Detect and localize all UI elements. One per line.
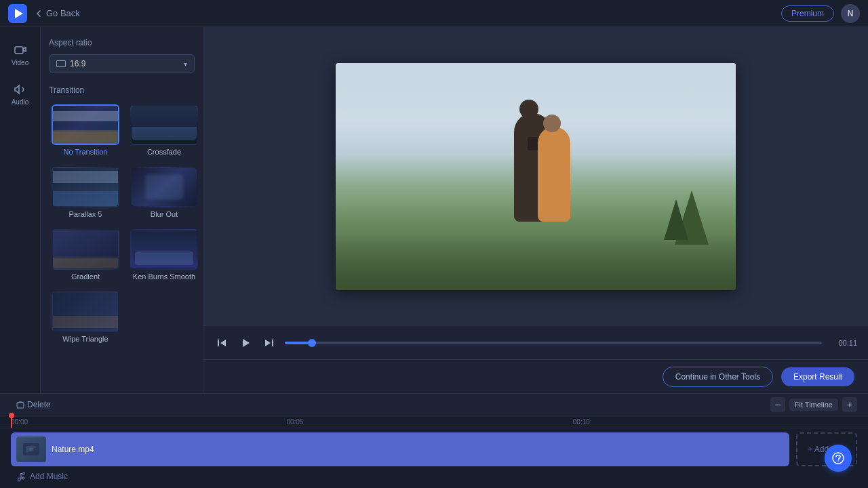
transition-label-crossfade: Crossfade (147, 148, 181, 156)
timeline-toolbar: Delete − Fit Timeline + (0, 394, 868, 415)
transition-item-ken-burns-smooth[interactable]: Ken Burns Smooth (127, 226, 201, 283)
svg-rect-3 (218, 340, 219, 346)
transition-label-wipe-triangle: Wipe Triangle (62, 335, 108, 343)
transition-thumb-no-transition (52, 104, 119, 145)
transition-item-wipe-triangle[interactable]: Wipe Triangle (49, 289, 122, 346)
svg-point-12 (837, 460, 839, 462)
couple-figure (504, 100, 585, 222)
transition-thumb-blur-out (130, 167, 198, 207)
timeline-tracks: Nature.mp4 + Add files Add Music (0, 428, 868, 488)
track-filename: Nature.mp4 (52, 445, 94, 454)
svg-point-11 (833, 453, 844, 464)
timeline-ruler: 00:00 00:05 00:10 (0, 415, 868, 428)
transition-label-blur-out: Blur Out (151, 210, 178, 218)
transition-thumb-gradient (52, 229, 119, 270)
time-display: 00:11 (830, 339, 857, 347)
sidebar-video-label: Video (12, 59, 28, 66)
transition-label-parallax5: Parallax 5 (69, 210, 102, 218)
topbar: Go Back Premium N (0, 0, 868, 27)
svg-marker-4 (243, 339, 250, 347)
track-thumb-icon (23, 443, 39, 455)
video-area: 00:11 Continue in Other Tools Export Res… (203, 27, 868, 393)
skip-forward-button[interactable] (262, 336, 277, 350)
video-preview (203, 27, 868, 325)
transition-item-blur-out[interactable]: Blur Out (127, 164, 201, 221)
play-icon (240, 338, 251, 348)
ruler-mark-2: 00:10 (573, 418, 590, 426)
aspect-ratio-dropdown[interactable]: 16:9 ▾ (49, 54, 195, 73)
playhead (11, 415, 12, 428)
play-button[interactable] (237, 335, 254, 351)
transition-item-no-transition[interactable]: No Transition (49, 102, 122, 159)
transition-grid: No Transition Crossfade Parallax 5 (49, 102, 195, 346)
svg-rect-5 (272, 340, 273, 346)
avatar[interactable]: N (841, 4, 860, 23)
timeline-toolbar-right: − Fit Timeline + (770, 397, 857, 412)
transition-item-gradient[interactable]: Gradient (49, 226, 122, 283)
music-icon (16, 472, 26, 481)
audio-icon (14, 83, 27, 96)
progress-thumb (308, 339, 316, 347)
transition-thumb-crossfade (130, 104, 198, 145)
video-track-row: Nature.mp4 + Add files (11, 432, 857, 466)
app-logo-icon (8, 4, 27, 23)
delete-button[interactable]: Delete (11, 398, 56, 411)
video-track[interactable]: Nature.mp4 (11, 432, 789, 466)
sidebar-audio-label: Audio (12, 98, 29, 106)
svg-rect-2 (15, 47, 23, 54)
timeline-section: Delete − Fit Timeline + 00:00 00:05 00:1… (0, 393, 868, 488)
timeline-toolbar-left: Delete (11, 398, 765, 411)
transition-item-parallax5[interactable]: Parallax 5 (49, 164, 122, 221)
help-button[interactable] (825, 445, 852, 472)
skip-back-button[interactable] (214, 336, 229, 350)
add-music-button[interactable]: Add Music (11, 469, 857, 484)
export-result-button[interactable]: Export Result (781, 367, 854, 386)
skip-forward-icon (264, 338, 274, 348)
main-layout: Video Audio Aspect ratio 16:9 ▾ Transiti… (0, 27, 868, 393)
ground (336, 233, 736, 290)
sidebar-item-video[interactable]: Video (3, 38, 38, 72)
go-back-button[interactable]: Go Back (34, 8, 80, 18)
track-thumbnail (16, 436, 46, 462)
sidebar-item-audio[interactable]: Audio (3, 77, 38, 111)
trash-icon (16, 401, 24, 409)
add-music-label: Add Music (30, 472, 68, 481)
video-frame (336, 63, 736, 290)
fit-timeline-button[interactable]: Fit Timeline (789, 399, 838, 411)
transition-item-crossfade[interactable]: Crossfade (127, 102, 201, 159)
video-controls: 00:11 (203, 325, 868, 359)
skip-back-icon (217, 338, 226, 348)
person2-silhouette (538, 127, 570, 222)
continue-other-tools-button[interactable]: Continue in Other Tools (663, 367, 773, 387)
transition-label-ken-burns-smooth: Ken Burns Smooth (133, 272, 195, 281)
icon-sidebar: Video Audio (0, 27, 41, 393)
go-back-label: Go Back (46, 8, 80, 18)
transition-label: Transition (49, 85, 195, 95)
video-icon (14, 43, 27, 57)
svg-rect-6 (17, 403, 24, 408)
zoom-out-button[interactable]: − (770, 397, 785, 412)
aspect-ratio-label: Aspect ratio (49, 38, 195, 47)
transition-thumb-wipe-triangle (52, 291, 119, 332)
aspect-icon (56, 60, 66, 67)
chat-icon (831, 451, 845, 465)
ruler-mark-1: 00:05 (286, 418, 303, 426)
video-scene (336, 63, 736, 290)
svg-point-10 (22, 477, 24, 479)
premium-button[interactable]: Premium (781, 5, 834, 22)
svg-point-8 (29, 447, 33, 451)
bottom-actions: Continue in Other Tools Export Result (203, 359, 868, 393)
transition-thumb-parallax5 (52, 167, 119, 207)
transition-thumb-ken-burns-smooth (130, 229, 198, 270)
back-arrow-icon (34, 9, 43, 18)
aspect-ratio-value: 16:9 (70, 59, 85, 68)
ruler-mark-0: 00:00 (11, 418, 28, 426)
topbar-right: Premium N (781, 4, 860, 23)
transition-label-no-transition: No Transition (64, 148, 108, 156)
zoom-in-button[interactable]: + (842, 397, 857, 412)
progress-bar[interactable] (285, 342, 822, 344)
transition-label-gradient: Gradient (71, 272, 100, 281)
chevron-down-icon: ▾ (184, 60, 187, 68)
delete-label: Delete (27, 400, 51, 409)
left-panel: Aspect ratio 16:9 ▾ Transition No Transi… (41, 27, 203, 393)
